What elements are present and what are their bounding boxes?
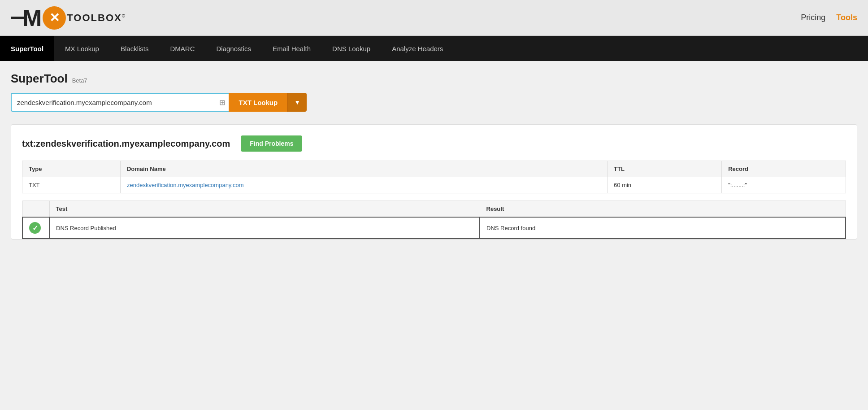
logo-area: M ✕ TOOLBOX® — [11, 6, 126, 30]
dns-records-table: Type Domain Name TTL Record TXT zendeskv… — [22, 161, 846, 193]
page-badge: Beta7 — [72, 77, 87, 84]
header-nav: Pricing Tools — [801, 13, 857, 22]
find-problems-button[interactable]: Find Problems — [241, 135, 302, 152]
nav-diagnostics[interactable]: Diagnostics — [205, 36, 262, 61]
nav-supertool[interactable]: SuperTool — [0, 36, 54, 61]
table-row: ✓ DNS Record Published DNS Record found — [22, 217, 846, 239]
logo-m: M — [22, 6, 42, 30]
pricing-link[interactable]: Pricing — [801, 13, 825, 22]
col-record: Record — [722, 161, 846, 177]
col-type: Type — [22, 161, 121, 177]
results-card: txt:zendeskverification.myexamplecompany… — [11, 124, 857, 240]
cell-ttl: 60 min — [608, 177, 722, 193]
nav-email-health[interactable]: Email Health — [262, 36, 321, 61]
nav-dns-lookup[interactable]: DNS Lookup — [321, 36, 381, 61]
nav-mx-lookup[interactable]: MX Lookup — [54, 36, 110, 61]
res-col-status — [22, 201, 49, 218]
domain-link[interactable]: zendeskverification.myexamplecompany.com — [127, 182, 244, 188]
results-tests-table: Test Result ✓ DNS Record Published DNS R… — [22, 201, 846, 239]
main-nav: SuperTool MX Lookup Blacklists DMARC Dia… — [0, 36, 868, 61]
cell-domain: zendeskverification.myexamplecompany.com — [120, 177, 607, 193]
col-domain: Domain Name — [120, 161, 607, 177]
search-input-wrapper: ⊞ — [11, 93, 229, 112]
nav-dmarc[interactable]: DMARC — [159, 36, 205, 61]
top-header: M ✕ TOOLBOX® Pricing Tools — [0, 0, 868, 36]
main-content: SuperTool Beta7 ⊞ TXT Lookup ▼ txt:zende… — [0, 61, 868, 410]
nav-analyze-headers[interactable]: Analyze Headers — [381, 36, 454, 61]
cell-type: TXT — [22, 177, 121, 193]
cell-test: DNS Record Published — [49, 217, 480, 239]
logo-toolbox: TOOLBOX® — [67, 12, 126, 24]
page-title-area: SuperTool Beta7 — [11, 72, 857, 86]
cell-result: DNS Record found — [480, 217, 846, 239]
search-bar: ⊞ TXT Lookup ▼ — [11, 93, 307, 112]
cell-status-icon: ✓ — [22, 217, 49, 239]
tools-link[interactable]: Tools — [836, 13, 857, 22]
table-spacer — [22, 193, 846, 201]
cell-record: ":.......:" — [722, 177, 846, 193]
logo-circle: ✕ — [43, 6, 66, 30]
res-col-test: Test — [49, 201, 480, 218]
col-ttl: TTL — [608, 161, 722, 177]
search-icon: ⊞ — [219, 98, 225, 107]
lookup-dropdown-button[interactable]: ▼ — [287, 93, 307, 112]
logo-x: ✕ — [49, 10, 60, 25]
search-input[interactable] — [11, 93, 229, 112]
results-domain: txt:zendeskverification.myexamplecompany… — [22, 139, 230, 149]
results-header: txt:zendeskverification.myexamplecompany… — [22, 135, 846, 152]
check-icon: ✓ — [29, 222, 41, 234]
table-row: TXT zendeskverification.myexamplecompany… — [22, 177, 846, 193]
lookup-button[interactable]: TXT Lookup — [229, 93, 287, 112]
nav-blacklists[interactable]: Blacklists — [110, 36, 160, 61]
page-title: SuperTool — [11, 72, 68, 86]
res-col-result: Result — [480, 201, 846, 218]
